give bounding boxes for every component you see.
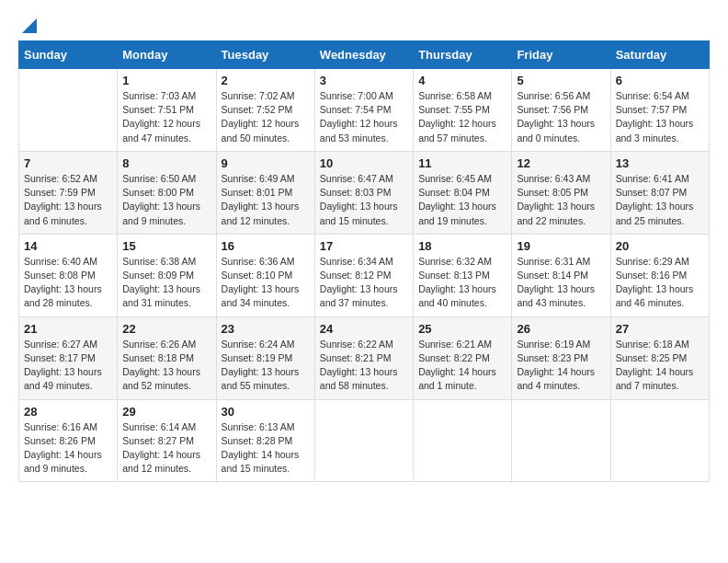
day-cell — [314, 399, 413, 482]
day-cell: 27Sunrise: 6:18 AM Sunset: 8:25 PM Dayli… — [610, 316, 709, 399]
day-cell: 15Sunrise: 6:38 AM Sunset: 8:09 PM Dayli… — [118, 234, 216, 316]
day-number: 22 — [122, 322, 210, 336]
day-info: Sunrise: 6:45 AM Sunset: 8:04 PM Dayligh… — [418, 172, 506, 228]
day-info: Sunrise: 6:13 AM Sunset: 8:28 PM Dayligh… — [222, 420, 310, 477]
day-info: Sunrise: 6:32 AM Sunset: 8:13 PM Dayligh… — [418, 255, 506, 311]
header-row: SundayMondayTuesdayWednesdayThursdayFrid… — [19, 41, 710, 69]
day-number: 19 — [517, 239, 605, 253]
day-info: Sunrise: 6:31 AM Sunset: 8:14 PM Dayligh… — [517, 255, 605, 311]
day-number: 6 — [616, 74, 704, 87]
day-info: Sunrise: 6:52 AM Sunset: 7:59 PM Dayligh… — [24, 172, 112, 228]
day-info: Sunrise: 6:40 AM Sunset: 8:08 PM Dayligh… — [24, 255, 112, 311]
day-number: 3 — [320, 74, 408, 87]
day-info: Sunrise: 6:38 AM Sunset: 8:09 PM Dayligh… — [122, 255, 210, 311]
day-number: 17 — [320, 239, 408, 253]
day-cell — [414, 399, 512, 482]
day-info: Sunrise: 6:58 AM Sunset: 7:55 PM Dayligh… — [418, 89, 506, 145]
day-cell: 17Sunrise: 6:34 AM Sunset: 8:12 PM Dayli… — [314, 234, 413, 316]
week-row-5: 28Sunrise: 6:16 AM Sunset: 8:26 PM Dayli… — [19, 399, 710, 482]
day-cell: 28Sunrise: 6:16 AM Sunset: 8:26 PM Dayli… — [19, 399, 118, 482]
day-info: Sunrise: 6:54 AM Sunset: 7:57 PM Dayligh… — [616, 89, 704, 145]
day-cell: 11Sunrise: 6:45 AM Sunset: 8:04 PM Dayli… — [414, 151, 512, 234]
day-cell: 3Sunrise: 7:00 AM Sunset: 7:54 PM Daylig… — [314, 69, 413, 152]
day-number: 12 — [517, 156, 605, 170]
day-number: 1 — [122, 74, 210, 87]
column-header-saturday: Saturday — [610, 41, 709, 69]
day-number: 8 — [122, 156, 210, 170]
day-info: Sunrise: 6:26 AM Sunset: 8:18 PM Dayligh… — [122, 338, 210, 394]
page-header — [18, 18, 710, 31]
day-cell: 16Sunrise: 6:36 AM Sunset: 8:10 PM Dayli… — [216, 234, 314, 316]
day-number: 16 — [222, 239, 310, 253]
day-number: 23 — [222, 322, 310, 336]
day-info: Sunrise: 6:56 AM Sunset: 7:56 PM Dayligh… — [517, 89, 605, 145]
day-info: Sunrise: 6:43 AM Sunset: 8:05 PM Dayligh… — [517, 172, 605, 228]
day-number: 5 — [517, 74, 605, 87]
day-info: Sunrise: 6:41 AM Sunset: 8:07 PM Dayligh… — [616, 172, 704, 228]
day-cell: 19Sunrise: 6:31 AM Sunset: 8:14 PM Dayli… — [512, 234, 610, 316]
day-cell: 12Sunrise: 6:43 AM Sunset: 8:05 PM Dayli… — [512, 151, 610, 234]
day-cell: 1Sunrise: 7:03 AM Sunset: 7:51 PM Daylig… — [118, 69, 216, 152]
column-header-thursday: Thursday — [414, 41, 512, 69]
week-row-2: 7Sunrise: 6:52 AM Sunset: 7:59 PM Daylig… — [19, 151, 710, 234]
day-info: Sunrise: 6:29 AM Sunset: 8:16 PM Dayligh… — [616, 255, 704, 311]
column-header-sunday: Sunday — [19, 41, 118, 69]
day-cell: 6Sunrise: 6:54 AM Sunset: 7:57 PM Daylig… — [610, 69, 709, 152]
day-cell: 14Sunrise: 6:40 AM Sunset: 8:08 PM Dayli… — [19, 234, 118, 316]
day-cell: 9Sunrise: 6:49 AM Sunset: 8:01 PM Daylig… — [216, 151, 314, 234]
day-info: Sunrise: 7:00 AM Sunset: 7:54 PM Dayligh… — [320, 89, 408, 145]
day-cell: 7Sunrise: 6:52 AM Sunset: 7:59 PM Daylig… — [19, 151, 118, 234]
day-info: Sunrise: 6:36 AM Sunset: 8:10 PM Dayligh… — [222, 255, 310, 311]
day-number: 18 — [418, 239, 506, 253]
day-number: 29 — [122, 405, 210, 419]
day-info: Sunrise: 6:47 AM Sunset: 8:03 PM Dayligh… — [320, 172, 408, 228]
logo — [18, 18, 39, 31]
day-number: 15 — [122, 239, 210, 253]
day-cell: 13Sunrise: 6:41 AM Sunset: 8:07 PM Dayli… — [610, 151, 709, 234]
day-cell: 23Sunrise: 6:24 AM Sunset: 8:19 PM Dayli… — [216, 316, 314, 399]
day-number: 4 — [418, 74, 506, 87]
day-cell: 2Sunrise: 7:02 AM Sunset: 7:52 PM Daylig… — [216, 69, 314, 152]
day-info: Sunrise: 6:27 AM Sunset: 8:17 PM Dayligh… — [24, 338, 112, 394]
day-info: Sunrise: 6:24 AM Sunset: 8:19 PM Dayligh… — [222, 338, 310, 394]
day-number: 2 — [222, 74, 310, 87]
day-number: 14 — [24, 239, 112, 253]
day-cell: 21Sunrise: 6:27 AM Sunset: 8:17 PM Dayli… — [19, 316, 118, 399]
day-cell: 29Sunrise: 6:14 AM Sunset: 8:27 PM Dayli… — [118, 399, 216, 482]
day-info: Sunrise: 7:03 AM Sunset: 7:51 PM Dayligh… — [122, 89, 210, 145]
day-cell: 4Sunrise: 6:58 AM Sunset: 7:55 PM Daylig… — [414, 69, 512, 152]
day-cell: 5Sunrise: 6:56 AM Sunset: 7:56 PM Daylig… — [512, 69, 610, 152]
day-number: 21 — [24, 322, 112, 336]
day-cell: 30Sunrise: 6:13 AM Sunset: 8:28 PM Dayli… — [216, 399, 314, 482]
column-header-monday: Monday — [118, 41, 216, 69]
column-header-tuesday: Tuesday — [216, 41, 314, 69]
day-number: 13 — [616, 156, 704, 170]
day-cell: 26Sunrise: 6:19 AM Sunset: 8:23 PM Dayli… — [512, 316, 610, 399]
day-number: 7 — [24, 156, 112, 170]
day-number: 25 — [418, 322, 506, 336]
day-number: 20 — [616, 239, 704, 253]
week-row-4: 21Sunrise: 6:27 AM Sunset: 8:17 PM Dayli… — [19, 316, 710, 399]
day-info: Sunrise: 6:16 AM Sunset: 8:26 PM Dayligh… — [24, 420, 112, 477]
day-number: 11 — [418, 156, 506, 170]
day-info: Sunrise: 6:34 AM Sunset: 8:12 PM Dayligh… — [320, 255, 408, 311]
svg-marker-0 — [22, 18, 37, 33]
day-number: 10 — [320, 156, 408, 170]
day-cell: 18Sunrise: 6:32 AM Sunset: 8:13 PM Dayli… — [414, 234, 512, 316]
logo-icon — [20, 17, 39, 35]
day-number: 9 — [222, 156, 310, 170]
day-info: Sunrise: 6:18 AM Sunset: 8:25 PM Dayligh… — [616, 338, 704, 394]
day-cell: 8Sunrise: 6:50 AM Sunset: 8:00 PM Daylig… — [118, 151, 216, 234]
day-number: 30 — [222, 405, 310, 419]
day-cell — [610, 399, 709, 482]
day-cell: 24Sunrise: 6:22 AM Sunset: 8:21 PM Dayli… — [314, 316, 413, 399]
day-number: 27 — [616, 322, 704, 336]
calendar-table: SundayMondayTuesdayWednesdayThursdayFrid… — [18, 40, 710, 482]
day-cell — [19, 69, 118, 152]
column-header-friday: Friday — [512, 41, 610, 69]
week-row-1: 1Sunrise: 7:03 AM Sunset: 7:51 PM Daylig… — [19, 69, 710, 152]
day-info: Sunrise: 6:49 AM Sunset: 8:01 PM Dayligh… — [222, 172, 310, 228]
day-info: Sunrise: 6:50 AM Sunset: 8:00 PM Dayligh… — [122, 172, 210, 228]
day-info: Sunrise: 6:14 AM Sunset: 8:27 PM Dayligh… — [122, 420, 210, 477]
week-row-3: 14Sunrise: 6:40 AM Sunset: 8:08 PM Dayli… — [19, 234, 710, 316]
